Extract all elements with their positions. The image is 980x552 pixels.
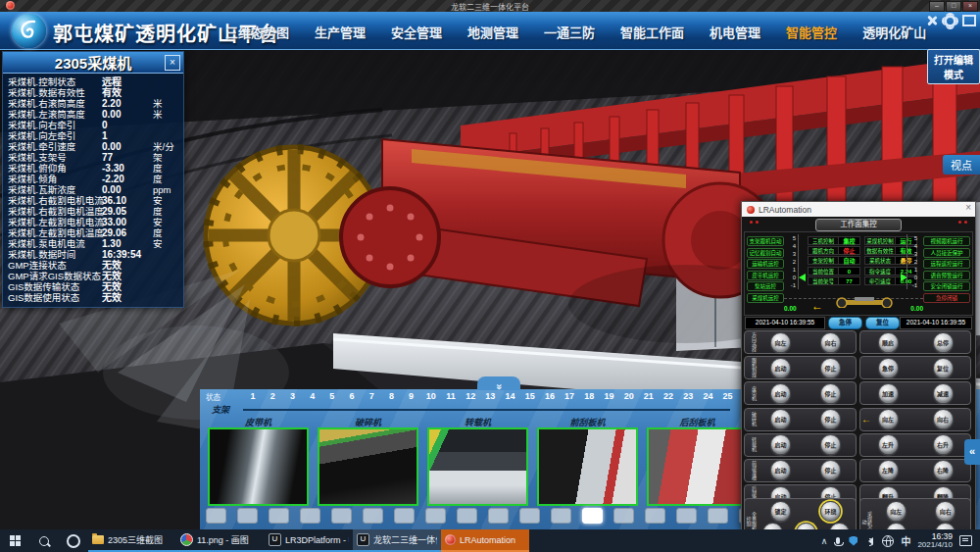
control-button[interactable]: 左降 <box>878 460 899 480</box>
search-button[interactable] <box>29 529 59 552</box>
control-button[interactable]: 右降 <box>933 460 954 480</box>
mode-button[interactable]: 安全闭锁运行 <box>923 281 970 291</box>
input-language-indicator[interactable]: 中 <box>901 533 910 548</box>
menu-item[interactable]: 三维态势图 <box>225 23 289 41</box>
control-button[interactable]: 右升 <box>933 434 954 455</box>
camera-thumbnail[interactable] <box>647 427 748 506</box>
control-button[interactable]: 停止 <box>820 358 841 378</box>
control-button[interactable]: 启动 <box>770 409 791 429</box>
menu-item[interactable]: 透明化矿山 <box>862 23 926 41</box>
notification-center-icon[interactable] <box>959 535 972 546</box>
pager-item[interactable] <box>551 508 571 524</box>
taskbar-app-platform[interactable]: U 龙软二三维一体化... <box>353 529 441 552</box>
open-edit-mode-button[interactable]: 打开编辑模式 <box>927 49 980 84</box>
pager-item[interactable] <box>613 508 634 524</box>
mode-button[interactable]: 运输机远控 <box>747 259 784 269</box>
mode-button[interactable]: 语音预警运行 <box>923 271 970 280</box>
lrautomation-titlebar[interactable]: LRAutomation × <box>742 202 975 217</box>
control-button[interactable]: 顺启 <box>878 332 899 353</box>
control-button[interactable]: 启动 <box>770 383 791 404</box>
pager-item[interactable] <box>645 508 665 524</box>
microphone-icon[interactable] <box>836 537 840 544</box>
control-button[interactable]: 启动 <box>770 434 791 455</box>
control-button[interactable]: 左升 <box>878 434 899 455</box>
pager-item[interactable] <box>269 508 289 524</box>
pager-item[interactable] <box>676 508 697 524</box>
control-button[interactable]: 总停 <box>933 332 954 353</box>
pager-item[interactable] <box>331 508 352 524</box>
pager-item[interactable] <box>300 508 320 524</box>
reset-button[interactable]: 复位 <box>865 317 900 329</box>
start-button[interactable] <box>0 529 29 552</box>
collapse-panel-tab[interactable]: « <box>964 439 980 465</box>
control-button[interactable]: 停止 <box>820 434 841 455</box>
pager-item[interactable] <box>457 508 477 524</box>
control-button[interactable]: 启动 <box>770 358 791 378</box>
security-shield-icon[interactable] <box>849 536 858 546</box>
close-icon[interactable]: × <box>165 55 180 71</box>
pager-item[interactable] <box>237 508 258 524</box>
menu-item[interactable]: 一通三防 <box>544 23 595 41</box>
pager-item[interactable] <box>708 508 728 524</box>
clock[interactable]: 16:39 2021/4/10 <box>917 532 953 550</box>
network-icon[interactable] <box>882 535 894 547</box>
menu-item[interactable]: 安全管理 <box>391 23 442 41</box>
control-button[interactable]: 急停 <box>878 358 899 378</box>
mode-button[interactable]: 皮带机远控 <box>747 271 784 280</box>
fullscreen-icon[interactable] <box>962 15 976 26</box>
control-button[interactable]: 向左 <box>878 409 899 429</box>
pager-item[interactable] <box>394 508 415 524</box>
control-button[interactable]: 加速 <box>878 383 899 404</box>
pager-item[interactable] <box>488 508 509 524</box>
menu-item[interactable]: 智能工作面 <box>620 23 684 41</box>
mode-button[interactable]: 泵站远控 <box>747 281 784 291</box>
menu-item[interactable]: 地测管理 <box>467 23 518 41</box>
camera-thumbnail[interactable] <box>318 427 418 506</box>
os-titlebar[interactable]: 龙软二三维一体化平台 – □ × <box>0 0 980 12</box>
control-button[interactable]: 减速 <box>933 383 954 404</box>
mode-button[interactable]: 采煤机远控 <box>747 293 784 303</box>
collapse-bottom-panel-tab[interactable]: » <box>477 376 520 390</box>
estop-button[interactable]: 急停 <box>828 317 862 329</box>
maximize-button[interactable]: □ <box>946 1 961 12</box>
pager-item[interactable] <box>363 508 383 524</box>
control-button[interactable]: 环绕 <box>820 501 841 522</box>
mode-button[interactable]: 远程遥控运行 <box>923 259 970 269</box>
control-button[interactable]: 向右 <box>820 332 841 353</box>
control-button[interactable]: 锁定 <box>770 501 791 522</box>
control-button[interactable]: 停止 <box>820 460 841 480</box>
pager-item[interactable] <box>425 508 446 524</box>
control-button[interactable]: 停止 <box>820 383 841 404</box>
control-button[interactable]: 复位 <box>933 358 954 378</box>
control-button[interactable]: 向右 <box>935 501 956 522</box>
pager-item[interactable] <box>582 508 603 524</box>
workface-control-tab[interactable]: 工作面集控 <box>815 219 902 231</box>
viewpoint-tab[interactable]: 视点 <box>943 155 980 175</box>
mode-button[interactable]: 人员接近保护 <box>923 248 970 258</box>
camera-thumbnail[interactable] <box>537 427 638 506</box>
mode-button[interactable]: 记忆截割自动 <box>747 248 784 258</box>
taskbar-app-lr3dplatform[interactable]: U LR3DPlatform - U... <box>265 529 353 552</box>
control-button[interactable]: 向右 <box>933 409 954 429</box>
camera-thumbnail[interactable] <box>427 427 528 506</box>
menu-item[interactable]: 生产管理 <box>315 23 366 41</box>
taskbar-app-screenshots[interactable]: 2305三维截图 <box>88 529 176 552</box>
taskbar-app-lrautomation[interactable]: LRAutomation <box>441 529 529 552</box>
mode-button[interactable]: 急停闭锁 <box>923 293 970 303</box>
minimize-button[interactable]: – <box>929 1 945 12</box>
control-button[interactable]: 向左 <box>886 501 906 522</box>
close-button[interactable]: × <box>962 1 978 12</box>
control-button[interactable]: 向左 <box>770 332 791 353</box>
gear-icon[interactable] <box>944 15 956 27</box>
pager-item[interactable] <box>519 508 540 524</box>
taskbar-app-paint[interactable]: 11.png - 画图 <box>176 529 265 552</box>
speaker-icon[interactable] <box>864 537 873 545</box>
control-button[interactable]: 启动 <box>770 460 791 480</box>
mode-button[interactable]: 支架跟机自动 <box>747 236 784 246</box>
pager-item[interactable] <box>206 508 226 524</box>
mode-button[interactable]: 视频跟机运行 <box>923 236 970 246</box>
control-button[interactable]: 停止 <box>820 409 841 429</box>
tray-expand-icon[interactable]: ∧ <box>821 536 828 546</box>
camera-thumbnail[interactable] <box>208 427 309 506</box>
close-icon[interactable]: × <box>965 202 971 213</box>
